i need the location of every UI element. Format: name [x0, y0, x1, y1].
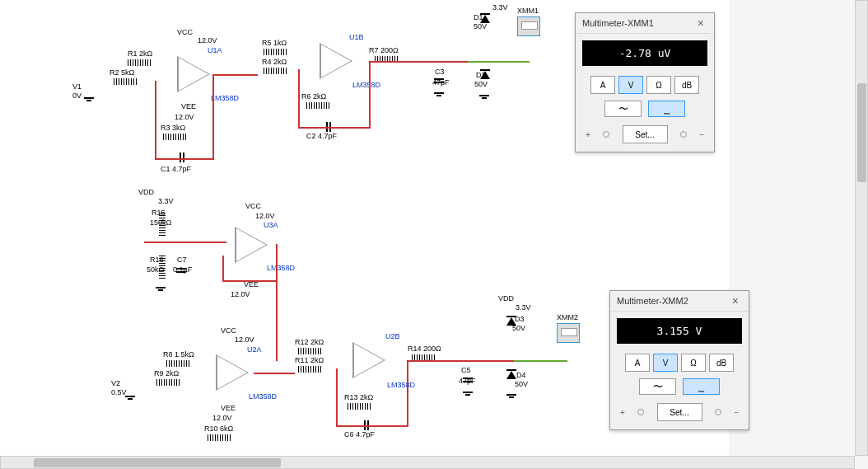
mm1-plus-label: +	[586, 130, 590, 139]
mm2-btn-a[interactable]: A	[625, 354, 650, 372]
mm1-btn-v[interactable]: V	[618, 76, 643, 94]
d3-val: 50V	[512, 324, 525, 332]
d4-label: D4	[516, 371, 526, 379]
mm2-btn-ac[interactable]: 〜	[639, 378, 676, 395]
wire-u3a-fb2	[222, 280, 276, 282]
vee-val-1: 12.0V	[175, 113, 194, 121]
u3a-label: U3A	[264, 221, 278, 229]
r1-label: R1 2kΩ	[128, 49, 152, 58]
vdd-val: 3.3V	[158, 197, 174, 205]
r13-label: R13 2kΩ	[344, 393, 373, 401]
mm2-btn-v[interactable]: V	[653, 354, 678, 372]
vee-label-2: VEE	[221, 404, 236, 412]
mm2-close-icon[interactable]: ×	[729, 294, 742, 307]
mm1-mode-buttons: A V Ω dB	[576, 73, 714, 97]
wire-u2a-out	[254, 373, 295, 374]
res-r11	[298, 366, 321, 373]
diode-d4	[506, 371, 516, 379]
res-r8	[166, 360, 189, 367]
wire-out1	[212, 74, 258, 76]
mm2-mode-buttons: A V Ω dB	[610, 350, 749, 375]
vscroll-thumb[interactable]	[857, 83, 866, 182]
r5-label: R5 1kΩ	[262, 39, 287, 47]
mm2-terminal-neg[interactable]	[715, 409, 721, 415]
r10-label: R10 6kΩ	[204, 424, 233, 433]
mm1-btn-ohm[interactable]: Ω	[646, 76, 671, 94]
res-r10	[208, 434, 231, 441]
opamp-u1a	[177, 56, 210, 92]
wire-fb3a	[336, 368, 338, 426]
c7-label: C7	[177, 256, 187, 264]
mm1-titlebar[interactable]: Multimeter-XMM1 ×	[576, 13, 714, 34]
res-r15	[159, 213, 166, 236]
vee-val-2: 12.0V	[212, 414, 232, 422]
opamp-u3a	[235, 227, 268, 263]
wire-fb1a	[155, 81, 156, 159]
hscroll-thumb[interactable]	[34, 458, 281, 467]
xmm1-box[interactable]	[517, 16, 540, 36]
mm2-set-button[interactable]: Set...	[657, 403, 702, 421]
res-r9	[156, 379, 180, 386]
multimeter-xmm2[interactable]: Multimeter-XMM2 × 3.155 V A V Ω dB 〜 ⎯ +…	[609, 290, 749, 430]
mm1-terminal-pos[interactable]	[603, 131, 609, 138]
vcc-label-1: VCC	[177, 28, 193, 36]
mm1-btn-a[interactable]: A	[590, 76, 615, 94]
d1-val: 50V	[474, 22, 487, 30]
u2a-ic: LM358D	[249, 392, 277, 401]
v1-label: V1	[72, 82, 82, 91]
r9-label: R9 2kΩ	[154, 369, 179, 378]
vcc-val-2: 12.0V	[235, 335, 254, 344]
mm1-btn-ac[interactable]: 〜	[604, 101, 642, 117]
horizontal-scrollbar[interactable]	[0, 456, 855, 469]
mm2-btn-db[interactable]: dB	[709, 354, 734, 372]
vdd-33v-1: 3.3V	[492, 3, 508, 12]
mm2-minus-label: −	[734, 408, 739, 417]
mm2-titlebar[interactable]: Multimeter-XMM2 ×	[610, 291, 749, 312]
mm1-btn-dc[interactable]: ⎯	[648, 101, 685, 117]
c3-label: C3	[435, 68, 445, 76]
r8-label: R8 1.5kΩ	[163, 350, 194, 359]
wire-fb1b	[155, 158, 214, 160]
xmm2-box[interactable]	[557, 323, 580, 343]
wire-out2	[369, 61, 468, 63]
wire-fb1c	[212, 74, 214, 159]
vee-label-1: VEE	[181, 102, 196, 110]
wire-fb2b	[298, 127, 371, 129]
mm2-display: 3.155 V	[617, 318, 742, 344]
v1-val: 0V	[72, 91, 82, 100]
r11-label: R11 2kΩ	[295, 356, 324, 364]
c5-val: 47pF	[459, 377, 476, 385]
mm1-set-button[interactable]: Set...	[623, 125, 668, 143]
wire-out3	[407, 360, 514, 362]
mm2-btn-ohm[interactable]: Ω	[681, 354, 706, 372]
mm1-btn-db[interactable]: dB	[674, 76, 699, 94]
u1a-label: U1A	[208, 46, 222, 54]
wire-fb2a	[298, 69, 300, 127]
multimeter-xmm1[interactable]: Multimeter-XMM1 × -2.78 uV A V Ω dB 〜 ⎯ …	[575, 12, 715, 152]
res-r5	[264, 49, 287, 55]
vee-label-3: VEE	[244, 280, 259, 288]
mm1-terminal-neg[interactable]	[680, 131, 687, 138]
mm2-btn-dc[interactable]: ⎯	[683, 378, 720, 395]
vcc-val-1: 12.0V	[198, 36, 217, 45]
r2-label: R2 5kΩ	[110, 68, 134, 77]
cap-c1	[178, 152, 186, 162]
res-r1	[128, 59, 151, 66]
r3-label: R3 3kΩ	[161, 124, 185, 132]
vertical-scrollbar[interactable]	[855, 0, 868, 456]
vdd-val-2: 3.3V	[516, 303, 531, 312]
u1b-ic: LM358D	[352, 81, 380, 89]
mm2-set-row: + Set... −	[610, 398, 749, 429]
mm2-terminal-pos[interactable]	[637, 409, 644, 415]
d1-label: D1	[474, 13, 483, 21]
wire-fb2c	[369, 61, 371, 128]
r4-label: R4 2kΩ	[262, 58, 287, 66]
opamp-u2b	[352, 342, 385, 378]
u1a-ic: LM358D	[211, 94, 239, 102]
mm1-wave-buttons: 〜 ⎯	[576, 97, 714, 120]
vcc-val-3: 12.0V	[255, 212, 275, 220]
v2-val: 0.5V	[111, 388, 127, 396]
mm1-close-icon[interactable]: ×	[694, 16, 707, 30]
vdd-label: VDD	[138, 188, 154, 196]
xmm2-label: XMM2	[557, 313, 578, 321]
